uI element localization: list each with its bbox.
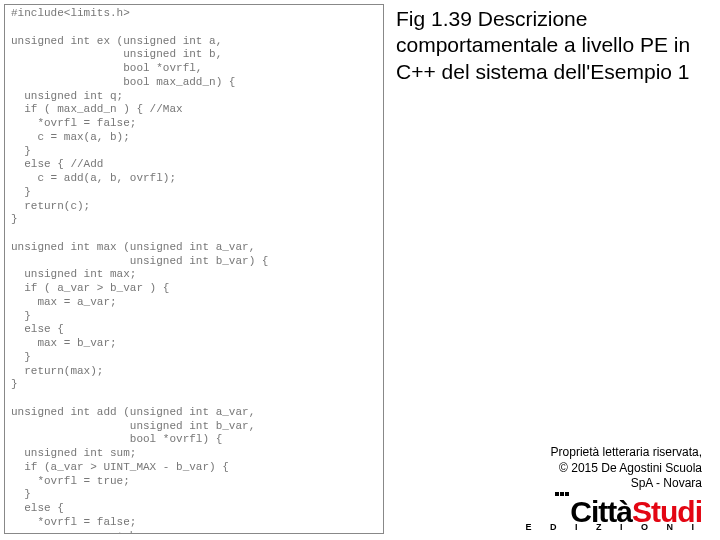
footer-block: Proprietà letteraria riservata, © 2015 D… [396, 445, 702, 534]
copyright-text: Proprietà letteraria riservata, © 2015 D… [396, 445, 702, 492]
brand-subline: E D I Z I O N I [525, 523, 702, 531]
figure-caption: Fig 1.39 Descrizione comportamentale a l… [396, 6, 702, 85]
copyright-line3: SpA - Novara [631, 476, 702, 490]
right-panel: Fig 1.39 Descrizione comportamentale a l… [384, 0, 720, 540]
copyright-line1: Proprietà letteraria riservata, [551, 445, 702, 459]
brand-squares-icon [555, 492, 569, 496]
code-listing: #include<limits.h> unsigned int ex (unsi… [4, 4, 384, 534]
brand-wordmark: CittàStudi E D I Z I O N I [525, 498, 702, 531]
copyright-line2: © 2015 De Agostini Scuola [559, 461, 702, 475]
publisher-logo: CittàStudi E D I Z I O N I [396, 498, 702, 534]
page-layout: #include<limits.h> unsigned int ex (unsi… [0, 0, 720, 540]
